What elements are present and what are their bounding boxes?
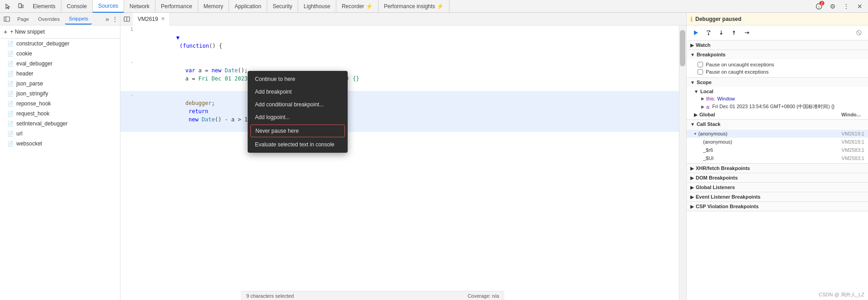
ctx-continue-here[interactable]: Continue to here xyxy=(248,73,348,85)
ctx-evaluate-selected[interactable]: Evaluate selected text in console xyxy=(248,138,348,151)
global-scope-header[interactable]: ▶ Global Windo... xyxy=(687,111,868,118)
svg-rect-1 xyxy=(19,4,21,8)
sidebar-panel-icon[interactable] xyxy=(2,14,12,24)
list-item[interactable]: 📄 cookie xyxy=(0,49,120,59)
top-toolbar: Elements Console Sources Network Perform… xyxy=(0,0,868,13)
list-item[interactable]: 📄 url xyxy=(0,129,120,139)
tab-console[interactable]: Console xyxy=(61,0,93,13)
list-item[interactable]: 📄 websocket xyxy=(0,139,120,149)
callstack-item[interactable]: (anonymous) VM2619:1 xyxy=(687,138,868,146)
watermark: CSDN @ 局外人_LZ xyxy=(819,291,864,298)
chevron-right-icon: ▶ xyxy=(701,105,704,109)
step-out-button[interactable] xyxy=(728,27,739,38)
more-vertical-icon[interactable]: ⋮ xyxy=(840,0,853,13)
sidebar-tab-snippets[interactable]: Snippets xyxy=(65,14,92,25)
step-button[interactable] xyxy=(741,27,752,38)
scope-body: ▼ Local ▶ this: Window ▶ a: Fri Dec 01 2… xyxy=(687,87,868,119)
svg-rect-5 xyxy=(4,17,10,21)
close-devtools-icon[interactable]: ✕ xyxy=(853,0,866,13)
code-editor[interactable]: 1 ▼ (function() { - var a = new Date(); … xyxy=(120,25,679,300)
list-item[interactable]: 📄 header xyxy=(0,69,120,79)
editor-area: VM2619 ✕ 1 ▼ (function() { - var xyxy=(120,13,686,300)
svg-text:!: ! xyxy=(818,5,819,9)
svg-rect-2 xyxy=(22,5,23,8)
ctx-add-logpoint[interactable]: Add logpoint... xyxy=(248,111,348,124)
list-item[interactable]: 📄 json_stringify xyxy=(0,89,120,99)
watch-header[interactable]: ▶ Watch xyxy=(687,40,868,50)
scope-section: ▼ Scope ▼ Local ▶ this: Window ▶ xyxy=(687,78,868,120)
list-item[interactable]: 📄 request_hook xyxy=(0,109,120,119)
inspect-icon[interactable] xyxy=(2,0,15,13)
chevron-right-icon: ▶ xyxy=(694,112,698,117)
sidebar-tab-more[interactable]: » xyxy=(105,15,109,23)
step-over-button[interactable] xyxy=(703,27,714,38)
ctx-add-breakpoint[interactable]: Add breakpoint xyxy=(248,85,348,98)
xhr-breakpoints-header[interactable]: ▶ XHR/fetch Breakpoints xyxy=(687,164,868,173)
pause-uncaught-row: Pause on uncaught exceptions xyxy=(698,61,864,68)
csp-violation-breakpoints-section: ▶ CSP Violation Breakpoints xyxy=(687,202,868,211)
close-tab-icon[interactable]: ✕ xyxy=(161,16,165,22)
callstack-item[interactable]: _$r6 VM2583:1 xyxy=(687,146,868,154)
tab-performance[interactable]: Performance xyxy=(155,0,198,13)
settings-icon[interactable]: ⚙ xyxy=(826,0,839,13)
tab-lighthouse[interactable]: Lighthouse xyxy=(298,0,336,13)
local-scope-header[interactable]: ▼ Local xyxy=(687,88,868,95)
active-frame-icon: ● xyxy=(694,131,696,136)
list-item[interactable]: 📄 reponse_hook xyxy=(0,99,120,109)
debugger-header: ℹ Debugger paused xyxy=(687,13,868,25)
tab-elements[interactable]: Elements xyxy=(27,0,61,13)
file-icon: 📄 xyxy=(7,131,14,137)
editor-scrollbar[interactable] xyxy=(679,25,686,300)
plus-icon: + xyxy=(4,28,7,35)
scrollbar-thumb[interactable] xyxy=(680,30,685,66)
status-bar: 9 characters selected Coverage: n/a xyxy=(241,291,504,300)
file-icon: 📄 xyxy=(7,51,14,57)
ctx-add-conditional-breakpoint[interactable]: Add conditional breakpoint... xyxy=(248,98,348,111)
sidebar-tabs: Page Overrides Snippets » ⋮ xyxy=(0,13,120,25)
tab-security[interactable]: Security xyxy=(267,0,298,13)
chevron-down-icon: ▼ xyxy=(690,80,695,85)
step-into-button[interactable] xyxy=(716,27,727,38)
call-stack-header[interactable]: ▼ Call Stack xyxy=(687,120,868,129)
code-line: 1 ▼ (function() { xyxy=(120,25,679,58)
callstack-item[interactable]: _$UI VM2583:1 xyxy=(687,154,868,162)
badge-button[interactable]: ! 2 xyxy=(813,0,825,13)
editor-tab-vm2619[interactable]: VM2619 ✕ xyxy=(133,13,170,25)
list-item[interactable]: 📄 setInterval_debugger xyxy=(0,119,120,129)
scope-this: ▶ this: Window xyxy=(687,95,868,102)
list-item[interactable]: 📄 json_parse xyxy=(0,79,120,89)
sidebar-tab-page[interactable]: Page xyxy=(14,14,33,25)
tab-network[interactable]: Network xyxy=(124,0,155,13)
resume-button[interactable] xyxy=(690,27,701,38)
csp-violation-breakpoints-header[interactable]: ▶ CSP Violation Breakpoints xyxy=(687,202,868,211)
breakpoints-header[interactable]: ▼ Breakpoints xyxy=(687,50,868,59)
deactivate-breakpoints-button[interactable] xyxy=(853,27,864,38)
list-item[interactable]: 📄 constructor_debugger xyxy=(0,39,120,49)
new-snippet-button[interactable]: + + New snippet xyxy=(0,25,120,39)
svg-marker-9 xyxy=(694,30,698,35)
global-listeners-header[interactable]: ▶ Global Listeners xyxy=(687,183,868,192)
right-panel-content: ▶ Watch ▼ Breakpoints Pause on uncaught … xyxy=(687,40,868,300)
split-editor-icon[interactable] xyxy=(120,13,133,25)
chevron-right-icon: ▶ xyxy=(690,195,694,200)
call-stack-section: ▼ Call Stack ● (anonymous) VM2619:1 (ano… xyxy=(687,120,868,164)
sidebar-tab-overrides[interactable]: Overrides xyxy=(35,14,64,25)
pause-uncaught-checkbox[interactable] xyxy=(698,62,703,67)
device-icon[interactable] xyxy=(15,0,27,13)
pause-caught-checkbox[interactable] xyxy=(698,69,703,75)
chevron-right-icon: ▶ xyxy=(690,204,694,209)
tab-recorder[interactable]: Recorder ⚡ xyxy=(336,0,379,13)
tab-sources[interactable]: Sources xyxy=(93,0,124,13)
svg-line-20 xyxy=(857,31,861,35)
tab-performance-insights[interactable]: Performance insights ⚡ xyxy=(379,0,449,13)
tab-memory[interactable]: Memory xyxy=(198,0,229,13)
dom-breakpoints-header[interactable]: ▶ DOM Breakpoints xyxy=(687,173,868,182)
xhr-breakpoints-section: ▶ XHR/fetch Breakpoints xyxy=(687,164,868,173)
callstack-item[interactable]: ● (anonymous) VM2619:1 xyxy=(687,130,868,138)
ctx-never-pause-here[interactable]: Never pause here xyxy=(250,125,345,137)
event-listener-breakpoints-header[interactable]: ▶ Event Listener Breakpoints xyxy=(687,192,868,201)
scope-header[interactable]: ▼ Scope xyxy=(687,78,868,87)
list-item[interactable]: 📄 eval_debugger xyxy=(0,59,120,69)
tab-application[interactable]: Application xyxy=(229,0,267,13)
sidebar-kebab-menu[interactable]: ⋮ xyxy=(112,15,118,23)
